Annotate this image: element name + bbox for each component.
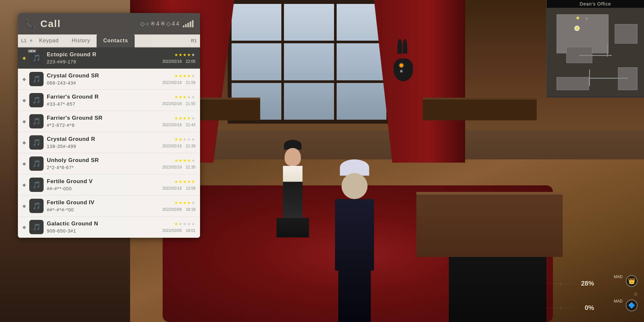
avatar-icon-7: 🎵 [33, 181, 41, 189]
tab-bar: L1 ◆ Keypad History Contacts R1 [18, 34, 200, 47]
contact-number-5: 138-35#-499 [47, 144, 76, 149]
contact-info-9: Galactic Ground N ★★★★★ 908-650-3#1 2022… [47, 221, 195, 234]
contact-name-4: Farrier's Ground SR [47, 115, 102, 121]
contact-item-4[interactable]: ◆ 🎵 Farrier's Ground SR ★★★★★ #*2-872-#*… [18, 111, 200, 132]
map-diamond-marker: ◆ [576, 15, 580, 20]
map-player-marker [574, 26, 580, 31]
contact-info-2: Crystal Ground SR ★★★★★ 066-243-43# 2022… [47, 73, 195, 86]
contact-item-6[interactable]: ◆ 🎵 Unholy Ground SR ★★★★★ 2*2-4*8-67* 2… [18, 153, 200, 174]
contact-diamond-4: ◆ [22, 119, 26, 124]
contact-number-3: #33-47*-857 [47, 101, 75, 107]
contact-name-7: Fertile Ground V [47, 178, 93, 185]
contact-item-3[interactable]: ◆ 🎵 Farrier's Ground R ★★★★★ #33-47*-857… [18, 90, 200, 111]
contact-date-8: 2022/02/06 18:18 [162, 207, 195, 212]
contact-name-9: Galactic Ground N [47, 221, 98, 227]
hud-bars: MAD ··········|·········· 28% 👑 ◇ MAD ··… [546, 275, 637, 315]
contact-name-2: Crystal Ground SR [47, 73, 99, 79]
contact-stars-2: ★★★★★ [174, 74, 195, 78]
contact-date-9: 2022/02/05 18:01 [162, 228, 195, 234]
bar2-icon: 🔷 [626, 300, 637, 311]
contact-info-8: Fertile Ground IV ★★★★★ ##*-#*#-*00 2022… [47, 199, 195, 212]
contact-item-7[interactable]: ◆ 🎵 Fertile Ground V ★★★★★ ##-#**-000 20… [18, 174, 200, 195]
contact-avatar-7: 🎵 [29, 178, 44, 192]
phone-title: Call [40, 18, 61, 29]
map-side-room-3 [557, 77, 589, 90]
contact-diamond-8: ◆ [22, 203, 26, 208]
contact-diamond-9: ◆ [22, 224, 26, 230]
desk-table [416, 192, 563, 257]
signal-bar-5 [192, 20, 194, 27]
minimap-content: ◆ ✕ [547, 8, 644, 97]
contact-number-2: 066-243-43# [47, 80, 76, 86]
contact-number-7: ##-#**-000 [47, 186, 72, 191]
signal-bar-1 [183, 25, 184, 27]
minimap: Dean's Office ◆ ✕ [546, 0, 644, 98]
bar1-icon: 👑 [626, 275, 637, 287]
bar2-value: 0% [578, 304, 594, 312]
avatar-icon-6: 🎵 [33, 160, 41, 168]
contact-stars-4: ★★★★★ [174, 116, 195, 121]
contact-name-6: Unholy Ground SR [47, 157, 99, 164]
contact-item-5[interactable]: ◆ 🎵 Crystal Ground R ★★★★★ 138-35#-499 2… [18, 132, 200, 153]
character-dark-jacket [276, 140, 309, 231]
map-side-room-4 [618, 67, 637, 90]
contact-diamond-3: ◆ [22, 98, 26, 103]
contact-date-3: 2022/02/16 21:55 [162, 101, 195, 107]
status-symbols: ◇○※4※◇44 [140, 20, 180, 27]
bar2-dots: ··········|·········· [546, 306, 575, 309]
contact-date-7: 2022/02/16 13:59 [162, 186, 195, 191]
mascot-creature [390, 39, 416, 72]
phone-status: ◇○※4※◇44 [140, 20, 194, 27]
tab-keypad[interactable]: Keypad [33, 34, 65, 47]
side-counter [423, 98, 537, 120]
new-badge: NEW [28, 49, 36, 53]
tab-left-diamond: ◆ [30, 38, 33, 43]
contact-info-1: Ectopic Ground R ★★★★★ 223-##9-179 2022/… [47, 51, 195, 64]
hud-bar-mad-2: MAD ··········|·········· 0% 🔷 [546, 299, 637, 312]
contact-item-1[interactable]: ◆ NEW 🎵 Ectopic Ground R ★★★★★ 223-##9-1… [18, 47, 200, 69]
signal-bar-2 [185, 24, 187, 27]
contact-avatar-9: 🎵 [29, 220, 44, 234]
contact-stars-1: ★★★★★ [174, 52, 195, 57]
contact-item-9[interactable]: ◆ 🎵 Galactic Ground N ★★★★★ 908-650-3#1 … [18, 217, 200, 238]
contact-avatar-2: 🎵 [29, 72, 44, 86]
contact-number-9: 908-650-3#1 [47, 228, 76, 234]
contact-stars-3: ★★★★★ [174, 95, 195, 100]
tab-contacts[interactable]: Contacts [97, 34, 134, 47]
contact-stars-6: ★★★★★ [174, 158, 195, 163]
contact-date-1: 2022/02/16 22:05 [162, 59, 195, 64]
contact-item-2[interactable]: ◆ 🎵 Crystal Ground SR ★★★★★ 066-243-43# … [18, 69, 200, 90]
phone-header: 📞 Call ◇○※4※◇44 [18, 13, 200, 34]
contact-avatar-4: 🎵 [29, 114, 44, 128]
phone-panel: 📞 Call ◇○※4※◇44 L1 ◆ Keypad History Cont… [18, 13, 200, 238]
contact-diamond-2: ◆ [22, 76, 26, 82]
contact-avatar-1: NEW 🎵 [29, 51, 44, 65]
signal-bars [183, 20, 194, 27]
phone-icon: 📞 [24, 19, 36, 29]
contact-diamond-6: ◆ [22, 161, 26, 166]
tab-history[interactable]: History [65, 34, 97, 47]
avatar-icon-1: 🎵 [33, 54, 41, 62]
contact-date-6: 2022/02/16 21:35 [162, 165, 195, 170]
avatar-icon-8: 🎵 [33, 202, 41, 210]
map-corridor-2 [579, 55, 612, 56]
contact-info-6: Unholy Ground SR ★★★★★ 2*2-4*8-67* 2022/… [47, 157, 195, 170]
avatar-icon-2: 🎵 [33, 75, 41, 83]
map-corridor-1 [607, 44, 608, 57]
contact-date-5: 2022/02/16 21:39 [162, 143, 195, 149]
contact-info-4: Farrier's Ground SR ★★★★★ #*2-872-#*8 20… [47, 115, 195, 128]
contact-number-6: 2*2-4*8-67* [47, 165, 74, 170]
contact-diamond-7: ◆ [22, 182, 26, 187]
contact-info-3: Farrier's Ground R ★★★★★ #33-47*-857 202… [47, 94, 195, 107]
tab-right-trigger: R1 [188, 35, 200, 46]
contact-number-4: #*2-872-#*8 [47, 123, 75, 128]
bar1-value: 28% [578, 280, 594, 287]
avatar-icon-4: 🎵 [33, 117, 41, 125]
contact-name-1: Ectopic Ground R [47, 51, 97, 58]
contact-info-7: Fertile Ground V ★★★★★ ##-#**-000 2022/0… [47, 178, 195, 191]
tab-left-trigger: L1 [18, 35, 30, 46]
contact-stars-8: ★★★★★ [174, 200, 195, 205]
contact-avatar-5: 🎵 [29, 135, 44, 150]
contact-item-8[interactable]: ◆ 🎵 Fertile Ground IV ★★★★★ ##*-#*#-*00 … [18, 195, 200, 217]
avatar-icon-5: 🎵 [33, 139, 41, 146]
